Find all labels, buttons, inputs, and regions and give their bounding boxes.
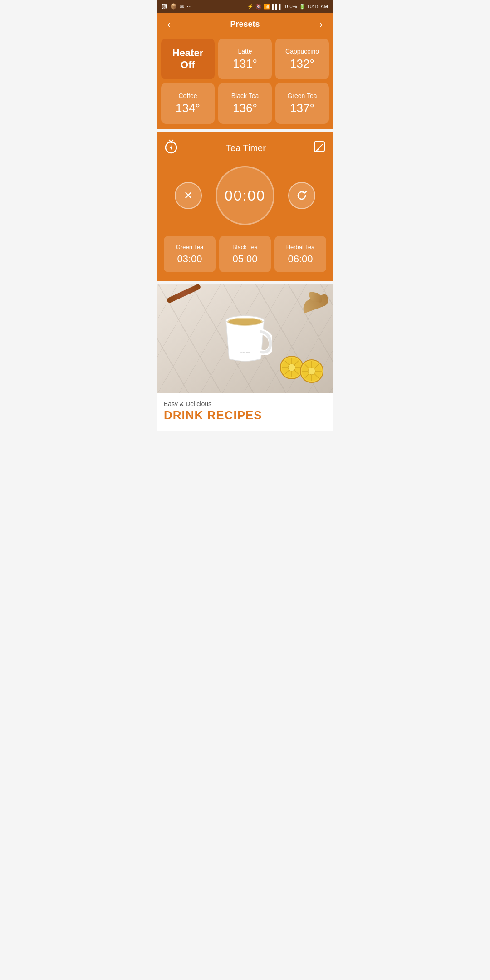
tea-preset-black[interactable]: Black Tea 05:00 xyxy=(219,236,271,272)
recipe-banner[interactable]: ember xyxy=(157,284,333,431)
tea-timer-title: Tea Timer xyxy=(226,143,266,153)
forward-button[interactable]: › xyxy=(316,17,326,31)
timer-display[interactable]: 00:00 xyxy=(216,166,274,225)
coffee-name: Coffee xyxy=(179,92,197,99)
preset-card-heater-off[interactable]: Heater Off xyxy=(161,39,215,79)
tea-timer-header: Tea Timer xyxy=(164,139,326,157)
mute-icon: 🔇 xyxy=(255,4,262,10)
page-header: ‹ Presets › xyxy=(157,13,333,35)
svg-point-27 xyxy=(308,368,315,375)
latte-temp: 131° xyxy=(233,57,257,71)
coffee-temp: 134° xyxy=(176,101,200,115)
svg-line-7 xyxy=(321,144,323,146)
tea-preset-herbal[interactable]: Herbal Tea 06:00 xyxy=(274,236,326,272)
preset-card-green-tea[interactable]: Green Tea 137° xyxy=(275,83,329,124)
cappuccino-name: Cappuccino xyxy=(285,48,319,55)
recipe-title: DRINK RECIPES xyxy=(164,408,326,422)
black-tea-preset-name: Black Tea xyxy=(231,92,259,99)
cup-image: ember xyxy=(218,304,272,372)
timer-time: 00:00 xyxy=(225,187,265,204)
page-title: Presets xyxy=(174,20,316,29)
dropbox-icon: 📦 xyxy=(170,3,177,10)
time-display: 10:15 AM xyxy=(307,4,328,9)
svg-point-13 xyxy=(229,318,261,325)
mail-icon: ✉ xyxy=(180,3,184,10)
timer-controls: ✕ 00:00 xyxy=(164,166,326,225)
battery-label: 100% xyxy=(284,4,297,9)
recipe-subtitle: Easy & Delicious xyxy=(164,400,326,407)
black-tea-timer-time: 05:00 xyxy=(232,253,257,265)
edit-button[interactable] xyxy=(314,141,326,156)
recipe-image: ember xyxy=(157,284,333,393)
preset-grid: Heater Off Latte 131° Cappuccino 132° Co… xyxy=(161,39,329,124)
svg-line-8 xyxy=(317,150,318,150)
status-bar-right: ⚡ 🔇 📶 ▌▌▌ 100% 🔋 10:15 AM xyxy=(247,4,328,10)
preset-card-coffee[interactable]: Coffee 134° xyxy=(161,83,215,124)
presets-section: Heater Off Latte 131° Cappuccino 132° Co… xyxy=(157,35,333,129)
timer-icon xyxy=(164,139,178,157)
photo-icon: 🖼 xyxy=(162,3,167,10)
green-tea-preset-name: Green Tea xyxy=(287,92,317,99)
tea-presets: Green Tea 03:00 Black Tea 05:00 Herbal T… xyxy=(164,236,326,272)
status-bar: 🖼 📦 ✉ ··· ⚡ 🔇 📶 ▌▌▌ 100% 🔋 10:15 AM xyxy=(157,0,333,13)
cappuccino-temp: 132° xyxy=(290,57,314,71)
black-tea-preset-temp: 136° xyxy=(233,101,257,115)
svg-text:ember: ember xyxy=(240,350,250,354)
status-bar-left: 🖼 📦 ✉ ··· xyxy=(162,3,191,10)
svg-point-20 xyxy=(288,364,295,371)
recipe-text-area: Easy & Delicious DRINK RECIPES xyxy=(157,393,333,431)
svg-marker-4 xyxy=(170,145,172,151)
green-tea-timer-name: Green Tea xyxy=(176,244,203,250)
restart-timer-button[interactable] xyxy=(288,182,315,209)
more-icon: ··· xyxy=(187,3,191,10)
back-button[interactable]: ‹ xyxy=(164,17,174,31)
green-tea-timer-time: 03:00 xyxy=(177,253,202,265)
heater-off-label: Heater Off xyxy=(166,47,210,71)
tea-preset-green[interactable]: Green Tea 03:00 xyxy=(164,236,216,272)
herbal-tea-timer-name: Herbal Tea xyxy=(286,244,315,250)
preset-card-cappuccino[interactable]: Cappuccino 132° xyxy=(275,39,329,79)
black-tea-timer-name: Black Tea xyxy=(232,244,258,250)
wifi-icon: 📶 xyxy=(264,4,270,10)
green-tea-preset-temp: 137° xyxy=(290,101,314,115)
latte-name: Latte xyxy=(238,48,252,55)
lemon-decoration xyxy=(279,355,324,384)
cancel-icon: ✕ xyxy=(184,189,193,202)
preset-card-latte[interactable]: Latte 131° xyxy=(218,39,272,79)
bluetooth-icon: ⚡ xyxy=(247,4,254,10)
svg-rect-5 xyxy=(314,142,324,152)
preset-card-black-tea[interactable]: Black Tea 136° xyxy=(218,83,272,124)
herbal-tea-timer-time: 06:00 xyxy=(288,253,313,265)
battery-icon: 🔋 xyxy=(299,4,305,10)
signal-icon: ▌▌▌ xyxy=(272,4,282,9)
cancel-timer-button[interactable]: ✕ xyxy=(175,182,202,209)
tea-timer-section: Tea Timer ✕ 00:00 Gre xyxy=(157,132,333,281)
